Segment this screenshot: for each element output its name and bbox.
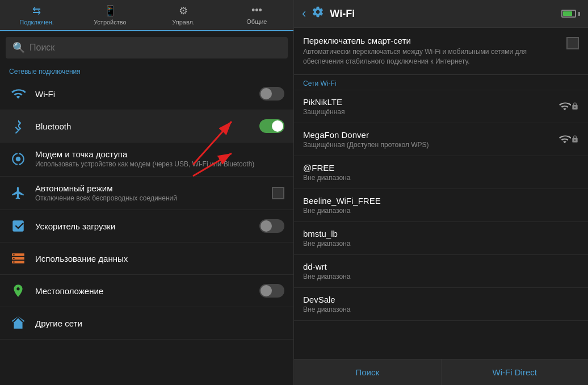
megafon-text: MegaFon Donver Защищённая (Доступен прот… [303, 130, 553, 149]
network-item-free[interactable]: @FREE Вне диапазона [294, 156, 588, 189]
boost-toggle[interactable] [259, 219, 284, 233]
top-tabs: ⇆ Подключен. 📱 Устройство ⚙ Управл. ••• … [0, 0, 293, 31]
boost-title: Ускоритель загрузки [35, 221, 251, 231]
boost-icon [9, 217, 27, 235]
devsale-status: Вне диапазона [303, 306, 579, 313]
megafon-name: MegaFon Donver [303, 130, 553, 140]
settings-item-wifi[interactable]: Wi-Fi [0, 78, 293, 110]
devsale-text: DevSale Вне диапазона [303, 295, 579, 313]
connections-icon: ⇆ [32, 5, 41, 17]
bluetooth-icon [9, 117, 27, 135]
free-name: @FREE [303, 163, 579, 173]
boost-text: Ускоритель загрузки [35, 221, 251, 231]
ddwrt-status: Вне диапазона [303, 273, 579, 281]
battery-box [561, 10, 576, 18]
ddwrt-name: dd-wrt [303, 262, 579, 271]
tab-general[interactable]: ••• Общие [220, 0, 293, 30]
network-item-pikniklte[interactable]: PikNikLTE Защищённая [294, 90, 588, 123]
bluetooth-text: Bluetooth [35, 122, 251, 131]
network-item-bmstu[interactable]: bmstu_lb Вне диапазона [294, 222, 588, 255]
beeline-text: Beeline_WiFi_FREE Вне диапазона [303, 196, 579, 215]
other-icon [9, 314, 27, 332]
devsale-name: DevSale [303, 295, 579, 304]
smart-switch-desc: Автоматически переключаться между Wi-Fi … [303, 47, 560, 66]
settings-gear-icon [312, 6, 324, 22]
manage-icon: ⚙ [179, 5, 188, 17]
location-icon [9, 282, 27, 300]
tab-device-label: Устройство [94, 19, 127, 26]
bluetooth-toggle[interactable] [259, 119, 284, 133]
network-list: PikNikLTE Защищённая MegaFon Donver Защи… [294, 90, 588, 359]
settings-list: Wi-Fi Bluetooth Модем и точка доступа Ис… [0, 78, 293, 385]
section-label: Сетевые подключения [0, 64, 293, 78]
network-item-megafon[interactable]: MegaFon Donver Защищённая (Доступен прот… [294, 123, 588, 156]
tab-general-label: Общие [246, 18, 267, 25]
free-text: @FREE Вне диапазона [303, 163, 579, 182]
modem-icon [9, 150, 27, 168]
bmstu-text: bmstu_lb Вне диапазона [303, 229, 579, 248]
data-text: Использование данных [35, 254, 284, 263]
battery-nub [578, 12, 580, 16]
battery-indicator [561, 10, 580, 18]
tab-manage[interactable]: ⚙ Управл. [147, 0, 220, 30]
pikniklte-name: PikNikLTE [303, 97, 553, 107]
wifi-header: ‹ Wi-Fi [294, 0, 588, 28]
smart-switch-title: Переключатель смарт-сети [303, 36, 560, 45]
settings-item-modem[interactable]: Модем и точка доступа Использовать устро… [0, 143, 293, 177]
wifi-toggle[interactable] [259, 87, 284, 101]
free-status: Вне диапазона [303, 174, 579, 182]
other-title: Другие сети [35, 319, 284, 328]
search-icon: 🔍 [12, 41, 25, 54]
pikniklte-text: PikNikLTE Защищённая [303, 97, 553, 116]
wifi-direct-button[interactable]: Wi-Fi Direct [442, 359, 589, 385]
airplane-subtitle: Отключение всех беспроводных соединений [35, 194, 264, 203]
bmstu-name: bmstu_lb [303, 229, 579, 238]
beeline-name: Beeline_WiFi_FREE [303, 196, 579, 206]
wifi-title: Wi-Fi [35, 89, 251, 99]
airplane-checkbox[interactable] [272, 187, 284, 199]
settings-item-airplane[interactable]: Автономный режим Отключение всех беспров… [0, 177, 293, 211]
smart-switch-toggle[interactable] [566, 37, 579, 49]
pikniklte-signal [558, 100, 579, 112]
network-item-beeline[interactable]: Beeline_WiFi_FREE Вне диапазона [294, 189, 588, 222]
data-icon [9, 249, 27, 267]
tab-device[interactable]: 📱 Устройство [73, 0, 146, 30]
bluetooth-title: Bluetooth [35, 122, 251, 131]
settings-item-data[interactable]: Использование данных [0, 242, 293, 275]
networks-label: Сети Wi-Fi [294, 75, 588, 90]
tab-manage-label: Управл. [172, 19, 195, 26]
pikniklte-status: Защищённая [303, 108, 553, 116]
battery-fill [563, 11, 572, 16]
network-item-ddwrt[interactable]: dd-wrt Вне диапазона [294, 255, 588, 288]
back-button[interactable]: ‹ [302, 6, 306, 21]
left-panel: ⇆ Подключен. 📱 Устройство ⚙ Управл. ••• … [0, 0, 294, 385]
general-icon: ••• [251, 5, 262, 16]
wifi-text: Wi-Fi [35, 89, 251, 99]
location-toggle[interactable] [259, 284, 284, 298]
bmstu-status: Вне диапазона [303, 240, 579, 248]
settings-item-bluetooth[interactable]: Bluetooth [0, 110, 293, 143]
network-item-devsale[interactable]: DevSale Вне диапазона [294, 288, 588, 321]
search-input[interactable] [30, 43, 281, 53]
search-bar: 🔍 [6, 37, 288, 58]
search-button[interactable]: Поиск [294, 359, 442, 385]
smart-switch-section: Переключатель смарт-сети Автоматически п… [294, 28, 588, 75]
data-title: Использование данных [35, 254, 284, 263]
wifi-icon [9, 85, 27, 103]
right-panel: ‹ Wi-Fi Переключатель смарт-сети Автомат… [294, 0, 588, 385]
tab-connections[interactable]: ⇆ Подключен. [0, 0, 73, 31]
settings-item-other[interactable]: Другие сети [0, 307, 293, 340]
settings-item-location[interactable]: Местоположение [0, 275, 293, 307]
other-text: Другие сети [35, 319, 284, 328]
device-icon: 📱 [104, 5, 116, 17]
megafon-status: Защищённая (Доступен протокол WPS) [303, 141, 553, 149]
ddwrt-text: dd-wrt Вне диапазона [303, 262, 579, 281]
wifi-page-title: Wi-Fi [330, 8, 556, 20]
airplane-icon [9, 184, 27, 202]
airplane-title: Автономный режим [35, 183, 264, 193]
location-title: Местоположение [35, 286, 251, 296]
beeline-status: Вне диапазона [303, 207, 579, 215]
settings-item-boost[interactable]: Ускоритель загрузки [0, 210, 293, 242]
bottom-bar: Поиск Wi-Fi Direct [294, 359, 588, 385]
modem-title: Модем и точка доступа [35, 149, 284, 159]
